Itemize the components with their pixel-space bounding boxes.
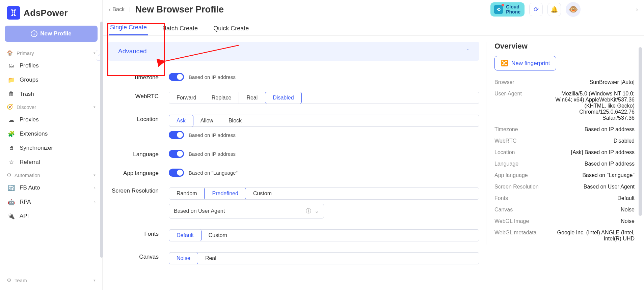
sidebar-item-profiles[interactable]: 🗂Profiles: [0, 59, 102, 73]
chevron-down-icon: ▾: [93, 278, 96, 283]
toggle-app-language[interactable]: [169, 169, 184, 177]
row-app-language: App language Based on "Language": [108, 163, 479, 182]
advanced-section-header[interactable]: Advanced ˄: [108, 42, 479, 61]
sidebar-item-trash[interactable]: 🗑Trash: [0, 87, 102, 101]
section-automation[interactable]: ⚙Automation ▾: [0, 169, 102, 181]
trash-icon: 🗑: [7, 90, 15, 98]
sidebar-item-extensions[interactable]: 🧩Extensions: [0, 127, 102, 141]
opt-canvas-noise[interactable]: Noise: [169, 252, 198, 264]
brand-name: AdsPower: [24, 8, 68, 18]
opt-fonts-custom[interactable]: Custom: [201, 230, 235, 241]
main-scrollbar[interactable]: [639, 47, 642, 256]
sidebar-item-api[interactable]: 🔌API: [0, 209, 102, 223]
home-icon: 🏠: [7, 50, 13, 56]
avatar-icon: 🐵: [569, 5, 578, 14]
section-primary[interactable]: 🏠Primary ▾: [0, 47, 102, 59]
overview-panel: Overview 🔀 New fingerprint BrowserSunBro…: [486, 42, 635, 244]
plus-icon: +: [31, 30, 37, 37]
separator: |: [129, 7, 131, 12]
api-icon: 🔌: [7, 212, 15, 220]
sidebar-item-rpa[interactable]: 🤖RPA›: [0, 195, 102, 209]
opt-location-block[interactable]: Block: [221, 115, 249, 126]
label-fonts: Fonts: [108, 229, 169, 237]
logo-icon: [7, 6, 20, 20]
seg-canvas: Noise Real: [169, 252, 479, 264]
refresh-icon: 🔄: [7, 184, 15, 192]
brand: AdsPower: [0, 4, 102, 26]
toggle-location-ip[interactable]: [169, 131, 184, 139]
new-profile-label: New Profile: [40, 30, 72, 37]
opt-location-ask[interactable]: Ask: [169, 115, 193, 127]
new-fingerprint-button[interactable]: 🔀 New fingerprint: [494, 56, 556, 70]
helper-timezone: Based on IP address: [189, 74, 236, 80]
chevron-down-icon: ▾: [93, 105, 96, 109]
cloud-phone-icon: ⟲: [494, 5, 503, 14]
row-timezone: Timezone Based on IP address: [108, 67, 479, 86]
row-canvas: Canvas Noise Real: [108, 247, 479, 270]
section-team[interactable]: ⚙Team ▾: [0, 274, 102, 286]
avatar-button[interactable]: 🐵: [566, 2, 581, 17]
sidebar-item-synchronizer[interactable]: 🖥Synchronizer: [0, 141, 102, 155]
chevron-down-icon: ⌄: [315, 208, 319, 215]
opt-screen-predefined[interactable]: Predefined: [204, 187, 246, 200]
sidebar: AdsPower + New Profile 🏠Primary ▾ 🗂Profi…: [0, 0, 103, 290]
chevron-down-icon: ▾: [93, 173, 96, 177]
row-webrtc: WebRTC Forward Replace Real Disabled: [108, 86, 479, 109]
chevron-right-icon: ›: [94, 199, 96, 205]
chevron-up-icon: ˄: [466, 48, 469, 55]
chevron-right-icon: ›: [94, 185, 96, 191]
bell-icon: 🔔: [551, 6, 558, 13]
compass-icon: 🧭: [7, 104, 13, 110]
cloud-phone-button[interactable]: ⟲ CloudPhone: [490, 2, 525, 16]
sidebar-item-referral[interactable]: ☆Referral: [0, 155, 102, 169]
select-user-agent-res[interactable]: Based on User Agent ⓘ⌄: [169, 204, 324, 219]
robot-icon: 🤖: [7, 198, 15, 206]
label-screen-resolution: Screen Resolution: [108, 187, 169, 194]
advanced-title: Advanced: [118, 48, 147, 55]
shuffle-icon: 🔀: [501, 60, 508, 67]
gear-icon: ⚙: [7, 277, 11, 283]
seg-location: Ask Allow Block: [169, 115, 479, 127]
sidebar-scrollbar[interactable]: [100, 22, 103, 281]
chevron-down-icon: ▾: [93, 51, 96, 55]
folder-icon: 🗂: [7, 62, 15, 69]
tab-quick-create[interactable]: Quick Create: [212, 22, 250, 35]
extension-icon: 🧩: [7, 130, 15, 138]
chevron-right-icon: ›: [636, 6, 638, 13]
opt-webrtc-forward[interactable]: Forward: [169, 92, 204, 104]
opt-webrtc-real[interactable]: Real: [239, 92, 265, 104]
seg-webrtc: Forward Replace Real Disabled: [169, 92, 479, 104]
opt-canvas-real[interactable]: Real: [198, 253, 224, 264]
row-fonts: Fonts Default Custom: [108, 224, 479, 247]
seg-fonts: Default Custom: [169, 229, 479, 241]
opt-screen-random[interactable]: Random: [169, 188, 205, 199]
row-screen-resolution: Screen Resolution Random Predefined Cust…: [108, 182, 479, 224]
opt-location-allow[interactable]: Allow: [193, 115, 221, 126]
proxy-icon: ☁: [7, 116, 15, 123]
chevron-left-icon: ‹: [109, 6, 110, 12]
section-discover[interactable]: 🧭Discover ▾: [0, 101, 102, 113]
info-icon: ⓘ: [306, 208, 311, 215]
tab-single-create[interactable]: Single Create: [109, 21, 148, 35]
new-profile-button[interactable]: + New Profile: [5, 26, 98, 42]
overview-title: Overview: [494, 42, 635, 51]
row-language: Language Based on IP address: [108, 144, 479, 163]
refresh-button[interactable]: ⟳: [529, 3, 543, 16]
create-tabs: Single Create Batch Create Quick Create: [103, 19, 644, 36]
opt-webrtc-disabled[interactable]: Disabled: [265, 92, 301, 104]
opt-screen-custom[interactable]: Custom: [246, 188, 279, 199]
sidebar-item-fb-auto[interactable]: 🔄FB Auto›: [0, 181, 102, 195]
sidebar-item-groups[interactable]: 📁Groups: [0, 73, 102, 87]
sidebar-item-proxies[interactable]: ☁Proxies: [0, 113, 102, 127]
label-timezone: Timezone: [108, 73, 169, 81]
automation-icon: ⚙: [7, 172, 11, 178]
toggle-timezone[interactable]: [169, 73, 184, 81]
opt-fonts-default[interactable]: Default: [169, 229, 202, 241]
page-title: New Browser Profile: [135, 4, 224, 15]
tab-batch-create[interactable]: Batch Create: [161, 22, 199, 35]
toggle-language[interactable]: [169, 150, 184, 158]
notifications-button[interactable]: 🔔: [547, 3, 561, 16]
back-button[interactable]: ‹Back: [109, 6, 125, 12]
sync-icon: 🖥: [7, 144, 15, 152]
opt-webrtc-replace[interactable]: Replace: [204, 92, 239, 104]
